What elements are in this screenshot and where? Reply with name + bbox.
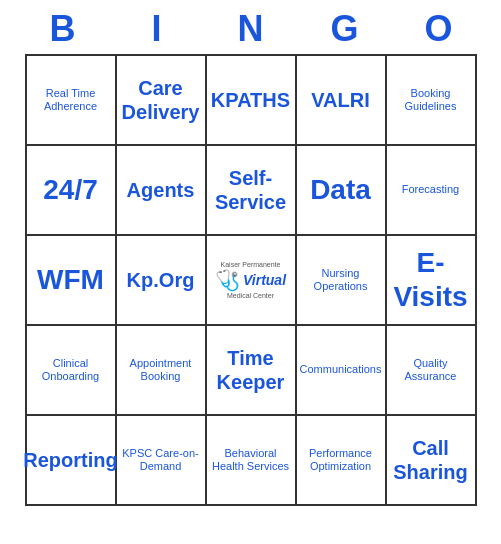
cell-text-r2c2: Agents	[127, 178, 195, 202]
kp-sub-text: Medical Center	[227, 292, 274, 299]
kp-top-text: Kaiser Permanente	[221, 261, 281, 268]
cell-r4c5: Quality Assurance	[387, 326, 477, 416]
cell-r5c3: Behavioral Health Services	[207, 416, 297, 506]
bingo-grid: Real Time Adherence Care Delivery KPATHS…	[25, 54, 477, 506]
kp-virtual-text: Virtual	[243, 272, 286, 288]
cell-r4c2: Appointment Booking	[117, 326, 207, 416]
letter-b: B	[20, 8, 106, 50]
cell-text-r2c5: Forecasting	[402, 183, 459, 196]
cell-r1c1: Real Time Adherence	[27, 56, 117, 146]
cell-r4c3: Time Keeper	[207, 326, 297, 416]
cell-text-r1c3: KPATHS	[211, 88, 290, 112]
cell-text-r5c5: Call Sharing	[391, 436, 471, 484]
cell-r3c2: Kp.Org	[117, 236, 207, 326]
cell-r2c1: 24/7	[27, 146, 117, 236]
cell-r4c4: Communications	[297, 326, 387, 416]
cell-r5c2: KPSC Care-on-Demand	[117, 416, 207, 506]
cell-r5c5: Call Sharing	[387, 416, 477, 506]
cell-r3c1: WFM	[27, 236, 117, 326]
letter-i: I	[114, 8, 200, 50]
cell-text-r1c1: Real Time Adherence	[31, 87, 111, 113]
cell-text-r3c4: Nursing Operations	[301, 267, 381, 293]
cell-text-r5c1: Reporting	[23, 448, 117, 472]
cell-text-r4c4: Communications	[300, 363, 382, 376]
cell-r2c3: Self-Service	[207, 146, 297, 236]
cell-text-r4c3: Time Keeper	[211, 346, 291, 394]
letter-o: O	[396, 8, 482, 50]
cell-text-r5c2: KPSC Care-on-Demand	[121, 447, 201, 473]
cell-r3c5: E-Visits	[387, 236, 477, 326]
cell-r5c4: Performance Optimization	[297, 416, 387, 506]
bingo-header: B I N G O	[16, 0, 486, 54]
cell-r1c4: VALRI	[297, 56, 387, 146]
cell-r1c2: Care Delivery	[117, 56, 207, 146]
cell-text-r4c1: Clinical Onboarding	[31, 357, 111, 383]
cell-r2c4: Data	[297, 146, 387, 236]
cell-text-r3c2: Kp.Org	[127, 268, 195, 292]
cell-r1c5: Booking Guidelines	[387, 56, 477, 146]
cell-text-r5c4: Performance Optimization	[301, 447, 381, 473]
kp-brand: 🩺 Virtual	[215, 268, 286, 292]
cell-r2c5: Forecasting	[387, 146, 477, 236]
cell-text-r1c4: VALRI	[311, 88, 370, 112]
kp-stethoscope-icon: 🩺	[215, 268, 240, 292]
cell-text-r4c5: Quality Assurance	[391, 357, 471, 383]
cell-r1c3: KPATHS	[207, 56, 297, 146]
cell-r5c1: Reporting	[27, 416, 117, 506]
cell-text-r5c3: Behavioral Health Services	[211, 447, 291, 473]
cell-r2c2: Agents	[117, 146, 207, 236]
cell-text-r4c2: Appointment Booking	[121, 357, 201, 383]
letter-n: N	[208, 8, 294, 50]
cell-text-r3c1: WFM	[37, 263, 104, 297]
kp-virtual-logo: Kaiser Permanente 🩺 Virtual Medical Cent…	[215, 261, 286, 299]
cell-text-r1c2: Care Delivery	[121, 76, 201, 124]
letter-g: G	[302, 8, 388, 50]
cell-text-r2c1: 24/7	[43, 173, 98, 207]
cell-text-r2c3: Self-Service	[211, 166, 291, 214]
cell-r3c3-logo: Kaiser Permanente 🩺 Virtual Medical Cent…	[207, 236, 297, 326]
cell-text-r2c4: Data	[310, 173, 371, 207]
cell-text-r1c5: Booking Guidelines	[391, 87, 471, 113]
cell-r4c1: Clinical Onboarding	[27, 326, 117, 416]
cell-r3c4: Nursing Operations	[297, 236, 387, 326]
cell-text-r3c5: E-Visits	[391, 246, 471, 313]
